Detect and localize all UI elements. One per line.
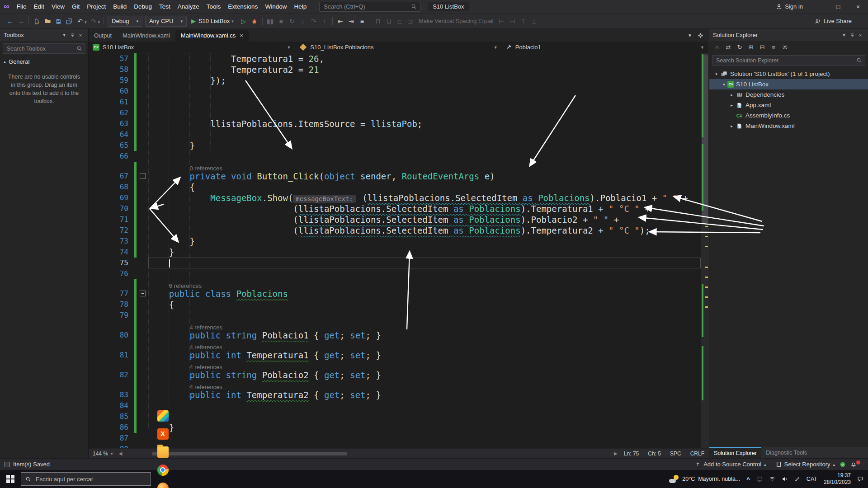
align-left-edges-icon[interactable]: ⊓	[373, 16, 383, 27]
collapse-region-button[interactable]: −	[140, 291, 146, 296]
close-icon[interactable]: ×	[856, 33, 864, 38]
browser-orange-icon[interactable]	[153, 479, 173, 488]
chevron-down-icon[interactable]: ▼	[287, 45, 291, 50]
menu-debug[interactable]: Debug	[130, 0, 156, 14]
tab-mainwindow-xaml-cs[interactable]: MainWindow.xaml.cs×	[175, 29, 249, 42]
redo-icon[interactable]: ↷	[89, 16, 99, 27]
restart-icon[interactable]: ↻	[287, 16, 297, 27]
save-all-icon[interactable]	[64, 16, 74, 27]
redo-icon-dropdown[interactable]: ▾	[98, 20, 100, 24]
panel-tab-solution-explorer[interactable]: Solution Explorer	[709, 447, 761, 458]
quick-search-input[interactable]	[323, 3, 411, 10]
menu-edit[interactable]: Edit	[30, 0, 48, 14]
nest-files-icon[interactable]: ⊞	[746, 42, 755, 52]
horizontal-scrollbar-thumb[interactable]	[152, 452, 347, 455]
code-lines[interactable]: 57 Temperatura1 = 26,58 Temperatura2 = 2…	[89, 53, 701, 448]
menu-project[interactable]: Project	[83, 0, 109, 14]
expander-icon[interactable]: ▸	[728, 103, 735, 108]
dependencies-node[interactable]: ▸Dependencies	[709, 89, 868, 100]
collapse-region-button[interactable]: −	[140, 173, 146, 179]
menu-file[interactable]: File	[13, 0, 30, 14]
outdent-icon[interactable]: ⇤	[335, 16, 345, 27]
sign-in-button[interactable]: Sign in	[785, 3, 803, 10]
quick-search-box[interactable]	[319, 2, 420, 12]
start-without-debugging-icon[interactable]: ▷	[239, 16, 249, 27]
editor-vertical-scrollbar[interactable]	[701, 53, 709, 448]
menu-help[interactable]: Help	[290, 0, 310, 14]
weather-widget[interactable]: 20°C Mayorm. nubla...	[669, 475, 740, 483]
monitor-icon[interactable]	[756, 476, 763, 482]
gear-icon[interactable]	[698, 33, 703, 38]
stop-icon[interactable]: ■	[276, 16, 286, 27]
new-item-icon[interactable]	[32, 16, 42, 27]
toolbox-group-general[interactable]: ▴ General	[0, 56, 88, 67]
make-horizontal-spacing-equal-icon[interactable]: ⊢	[496, 16, 506, 27]
align-center-icon[interactable]: ⊔	[384, 16, 394, 27]
horizontal-scrollbar[interactable]	[125, 451, 611, 456]
solution-search-box[interactable]	[712, 55, 865, 66]
breadcrumb-segment-2[interactable]: Poblacio1▼	[502, 42, 709, 53]
chrome-icon[interactable]	[153, 461, 173, 479]
action-center-icon[interactable]	[857, 476, 863, 482]
menu-tools[interactable]: Tools	[203, 0, 225, 14]
pause-icon[interactable]: ▮▮	[265, 16, 275, 27]
mainwindow-xaml-node[interactable]: ▸MainWindow.xaml	[709, 121, 868, 131]
start-button[interactable]	[0, 470, 21, 488]
live-share-button[interactable]: Live Share	[815, 18, 852, 24]
code-editor[interactable]: 57 Temperatura1 = 26,58 Temperatura2 = 2…	[89, 53, 709, 448]
pin-icon[interactable]	[68, 33, 76, 38]
app-xaml-node[interactable]: ▸App.xaml	[709, 100, 868, 110]
solution-configuration-dropdown[interactable]: Debug▾	[108, 16, 142, 27]
taskbar-search-input[interactable]	[35, 475, 146, 483]
expander-icon[interactable]: ▸	[728, 124, 735, 128]
start-debugging-button[interactable]: ▶ S10 ListBox ▾	[188, 16, 238, 27]
switch-views-icon[interactable]: ⇄	[724, 42, 733, 52]
menu-view[interactable]: View	[48, 0, 68, 14]
undo-icon-dropdown[interactable]: ▾	[85, 20, 87, 24]
solution-platform-dropdown[interactable]: Any CPU▾	[145, 16, 187, 27]
collapse-all-icon[interactable]: ⊟	[758, 42, 767, 52]
undo-icon[interactable]: ↶	[75, 16, 85, 27]
align-right-edges-icon[interactable]: ⊏	[395, 16, 405, 27]
taskbar-search-box[interactable]	[21, 472, 151, 486]
menu-window[interactable]: Window	[261, 0, 290, 14]
active-files-dropdown-icon[interactable]: ▼	[688, 33, 692, 38]
refresh-icon[interactable]: ↻	[735, 42, 744, 52]
expander-icon[interactable]: ▾	[721, 82, 727, 87]
minimize-button[interactable]: −	[808, 0, 828, 14]
menu-extensions[interactable]: Extensions	[224, 0, 261, 14]
panel-tab-diagnostic-tools[interactable]: Diagnostic Tools	[761, 447, 811, 458]
menu-build[interactable]: Build	[109, 0, 130, 14]
close-tab-icon[interactable]: ×	[240, 32, 243, 39]
open-file-icon[interactable]	[42, 15, 52, 26]
pen-icon[interactable]	[794, 476, 800, 482]
decrease-spacing-icon[interactable]: ⊤	[518, 16, 528, 27]
expander-icon[interactable]: ▸	[728, 93, 735, 97]
home-icon[interactable]: ⌂	[712, 42, 722, 52]
close-button[interactable]: ×	[848, 0, 868, 14]
hot-reload-icon[interactable]	[250, 16, 259, 27]
pin-icon[interactable]	[848, 33, 856, 38]
chevron-down-icon[interactable]: ▼	[700, 45, 704, 50]
solution-search-input[interactable]	[715, 57, 856, 64]
speaker-icon[interactable]	[782, 476, 788, 482]
step-over-icon[interactable]: ↷	[309, 16, 319, 27]
breadcrumb-segment-1[interactable]: S10_ListBox.Poblacions▼	[295, 42, 502, 53]
nav-forward-icon[interactable]: →	[16, 16, 26, 27]
chevron-down-icon[interactable]: ▾	[840, 32, 848, 38]
tray-overflow-icon[interactable]: ^	[746, 476, 750, 483]
menu-test[interactable]: Test	[156, 0, 174, 14]
chevron-down-icon[interactable]: ▾	[60, 32, 68, 38]
project-node-s10-listbox[interactable]: ▾C#S10 ListBox	[709, 79, 868, 89]
show-all-files-icon[interactable]: ≡	[769, 42, 778, 52]
nav-back-icon[interactable]: ←	[5, 16, 15, 27]
tab-output[interactable]: Output	[89, 29, 117, 42]
close-icon[interactable]: ×	[76, 33, 85, 38]
maximize-button[interactable]: □	[828, 0, 848, 14]
step-out-icon[interactable]: ↑	[320, 16, 330, 27]
step-into-icon[interactable]: ↓	[298, 16, 308, 27]
notifications-bell-button[interactable]	[850, 461, 863, 468]
solution-node[interactable]: ▾Solution 'S10 ListBox' (1 of 1 project)	[709, 69, 868, 79]
indent-icon[interactable]: ⇥	[346, 16, 356, 27]
align-top-edges-icon[interactable]: ⊐	[406, 16, 415, 27]
